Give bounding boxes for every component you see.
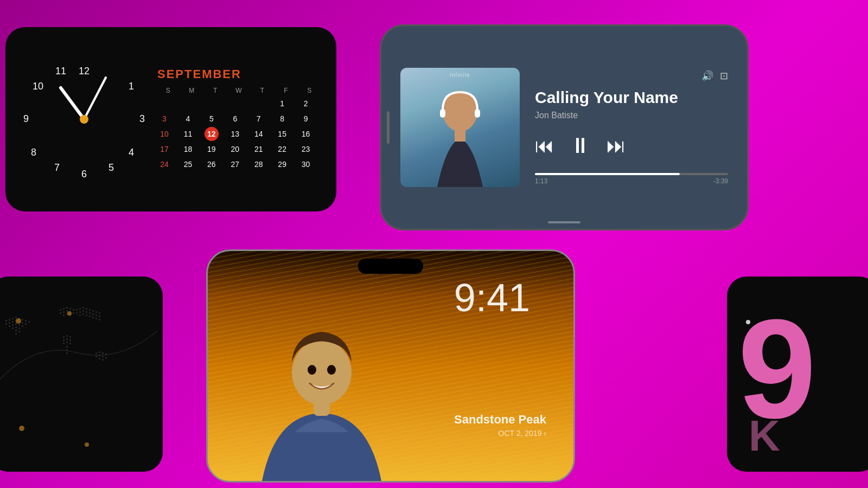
svg-text:6: 6	[81, 169, 87, 179]
svg-rect-60	[69, 336, 71, 338]
svg-rect-91	[95, 318, 97, 319]
fast-forward-button[interactable]: ⏭	[607, 134, 626, 157]
day-cell[interactable]	[157, 97, 171, 111]
day-cell-1[interactable]: 1	[275, 97, 289, 111]
day-cell-28[interactable]: 28	[252, 157, 266, 171]
volume-icon: 🔊	[701, 70, 713, 82]
day-cell-4[interactable]: 4	[181, 112, 195, 126]
day-header-mon: M	[181, 86, 202, 95]
svg-rect-25	[25, 320, 27, 322]
svg-rect-43	[18, 331, 20, 332]
svg-rect-63	[69, 339, 71, 341]
scroll-indicator	[548, 221, 580, 223]
day-cell[interactable]	[252, 97, 266, 111]
svg-rect-19	[5, 320, 7, 322]
day-cell-2[interactable]: 2	[299, 97, 313, 111]
svg-rect-82	[89, 312, 91, 314]
svg-rect-39	[12, 328, 14, 329]
progress-bar[interactable]: 1:13 -3:39	[535, 173, 728, 185]
svg-rect-37	[18, 324, 20, 326]
music-top-icons: 🔊 ⊡	[535, 70, 728, 82]
svg-rect-59	[66, 335, 68, 337]
svg-rect-40	[15, 326, 17, 328]
music-player-widget: Infinite 🔊 ⊡ Calling Your N	[380, 24, 749, 230]
svg-text:9: 9	[23, 113, 29, 124]
day-cell-25[interactable]: 25	[181, 157, 195, 171]
day-cell-23[interactable]: 23	[299, 142, 313, 156]
svg-rect-90	[92, 317, 94, 318]
svg-rect-20	[9, 319, 10, 320]
day-cell-22[interactable]: 22	[275, 142, 289, 156]
day-cell-27[interactable]: 27	[228, 157, 242, 171]
svg-point-107	[85, 442, 89, 447]
svg-text:5: 5	[108, 162, 114, 173]
svg-point-103	[16, 318, 21, 324]
day-cell-10[interactable]: 10	[157, 127, 171, 141]
day-cell-24[interactable]: 24	[157, 157, 171, 171]
svg-rect-42	[15, 330, 17, 331]
svg-rect-27	[5, 323, 7, 325]
svg-rect-86	[79, 314, 81, 316]
svg-rect-21	[12, 318, 14, 319]
svg-rect-95	[102, 352, 104, 354]
day-cell-20[interactable]: 20	[228, 142, 242, 156]
svg-point-111	[327, 365, 336, 375]
svg-rect-64	[63, 343, 65, 344]
svg-rect-79	[79, 311, 81, 313]
day-header-wed: W	[228, 86, 249, 95]
day-cell-9[interactable]: 9	[299, 112, 313, 126]
album-art: Infinite	[400, 68, 520, 187]
svg-text:11: 11	[55, 66, 66, 76]
day-cell-26[interactable]: 26	[205, 157, 219, 171]
svg-text:8: 8	[31, 147, 36, 158]
day-cell-15[interactable]: 15	[275, 127, 289, 141]
svg-text:4: 4	[129, 147, 134, 158]
day-cell[interactable]	[181, 97, 195, 111]
svg-rect-29	[12, 321, 14, 323]
svg-rect-62	[66, 338, 68, 340]
progress-track	[535, 173, 728, 175]
day-cell[interactable]	[228, 97, 242, 111]
day-cell-5[interactable]: 5	[205, 112, 219, 126]
day-cell-14[interactable]: 14	[252, 127, 266, 141]
svg-rect-24	[22, 319, 23, 320]
phone-landscape-frame: Infinite 🔊 ⊡ Calling Your N	[380, 24, 749, 230]
svg-rect-17	[475, 109, 480, 118]
svg-rect-99	[102, 356, 104, 357]
svg-point-13	[80, 115, 88, 124]
phone-side-button	[387, 111, 390, 144]
day-cell-16[interactable]: 16	[299, 127, 313, 141]
svg-rect-26	[28, 321, 30, 323]
progress-times: 1:13 -3:39	[535, 177, 728, 185]
day-cell-6[interactable]: 6	[228, 112, 242, 126]
svg-rect-33	[25, 323, 27, 325]
song-title: Calling Your Name	[535, 88, 678, 106]
day-cell-29[interactable]: 29	[275, 157, 289, 171]
day-header-fri: F	[275, 86, 296, 95]
day-cell-13[interactable]: 13	[228, 127, 242, 141]
day-cell-17[interactable]: 17	[157, 142, 171, 156]
svg-rect-81	[86, 311, 87, 313]
day-cell-7[interactable]: 7	[252, 112, 266, 126]
analog-clock: 12 1 3 4 5 6 7 8 9 10 11	[22, 57, 146, 182]
day-cell-19[interactable]: 19	[205, 142, 219, 156]
day-cell-11[interactable]: 11	[181, 127, 195, 141]
svg-rect-66	[69, 343, 71, 344]
svg-rect-34	[9, 325, 10, 327]
day-cell-12-today[interactable]: 12	[205, 127, 219, 141]
day-cell-21[interactable]: 21	[252, 142, 266, 156]
calendar-month: SEPTEMBER	[157, 67, 320, 81]
svg-rect-65	[66, 342, 68, 343]
lockscreen-person	[208, 253, 436, 481]
day-cell-3[interactable]: 3	[157, 112, 171, 126]
svg-rect-67	[66, 346, 68, 348]
svg-text:1: 1	[129, 81, 134, 92]
day-cell-8[interactable]: 8	[275, 112, 289, 126]
pause-button[interactable]: ⏸	[570, 133, 591, 158]
day-cell-18[interactable]: 18	[181, 142, 195, 156]
day-cell-30[interactable]: 30	[299, 157, 313, 171]
svg-rect-32	[22, 322, 23, 324]
rewind-button[interactable]: ⏮	[535, 134, 554, 157]
day-cell[interactable]	[205, 97, 219, 111]
calendar-widget: SEPTEMBER S M T W T F S 1 2 3 4 5 6 7 8 …	[157, 67, 320, 171]
